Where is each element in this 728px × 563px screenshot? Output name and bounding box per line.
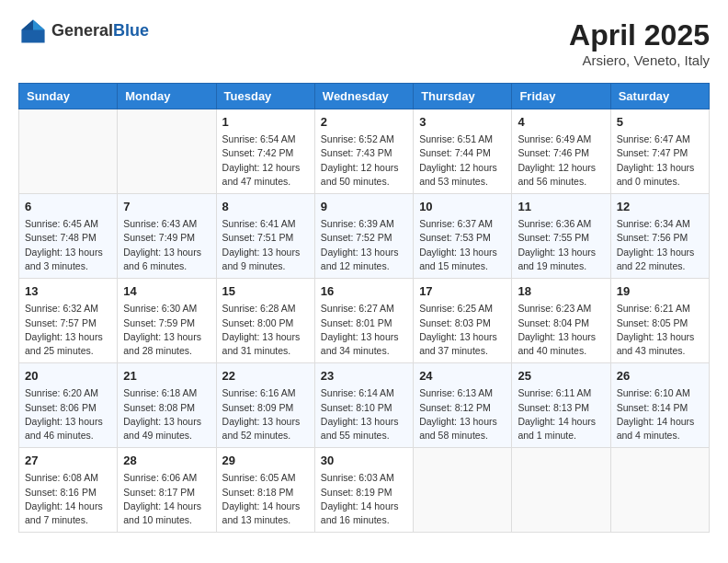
day-number: 5 xyxy=(617,114,703,131)
calendar-cell: 30Sunrise: 6:03 AM Sunset: 8:19 PM Dayli… xyxy=(314,448,413,533)
calendar-cell: 4Sunrise: 6:49 AM Sunset: 7:46 PM Daylig… xyxy=(512,109,610,194)
calendar-week-2: 6Sunrise: 6:45 AM Sunset: 7:48 PM Daylig… xyxy=(19,194,710,279)
calendar-cell: 8Sunrise: 6:41 AM Sunset: 7:51 PM Daylig… xyxy=(216,194,314,279)
svg-marker-1 xyxy=(33,19,45,29)
day-number: 27 xyxy=(25,453,111,469)
calendar-cell: 15Sunrise: 6:28 AM Sunset: 8:00 PM Dayli… xyxy=(216,279,314,363)
day-number: 4 xyxy=(518,114,604,131)
calendar-cell: 3Sunrise: 6:51 AM Sunset: 7:44 PM Daylig… xyxy=(414,109,512,194)
day-number: 28 xyxy=(123,453,210,469)
day-info: Sunrise: 6:32 AM Sunset: 7:57 PM Dayligh… xyxy=(25,302,111,358)
page-header: General Blue April 2025 Arsiero, Veneto,… xyxy=(18,18,710,68)
calendar-cell: 29Sunrise: 6:05 AM Sunset: 8:18 PM Dayli… xyxy=(216,448,314,533)
calendar-cell: 23Sunrise: 6:14 AM Sunset: 8:10 PM Dayli… xyxy=(314,363,413,448)
day-info: Sunrise: 6:34 AM Sunset: 7:56 PM Dayligh… xyxy=(617,217,703,273)
day-number: 24 xyxy=(419,368,506,385)
day-number: 7 xyxy=(123,199,210,215)
page-title: April 2025 xyxy=(569,18,710,52)
calendar-cell: 6Sunrise: 6:45 AM Sunset: 7:48 PM Daylig… xyxy=(19,194,118,279)
day-number: 29 xyxy=(222,453,309,469)
day-number: 16 xyxy=(321,283,407,300)
logo-icon xyxy=(20,18,46,44)
day-info: Sunrise: 6:18 AM Sunset: 8:08 PM Dayligh… xyxy=(123,386,210,442)
day-info: Sunrise: 6:36 AM Sunset: 7:55 PM Dayligh… xyxy=(518,217,604,273)
title-block: April 2025 Arsiero, Veneto, Italy xyxy=(569,18,710,68)
day-number: 8 xyxy=(222,199,309,215)
day-number: 9 xyxy=(321,199,407,215)
day-number: 30 xyxy=(321,453,407,469)
calendar-cell: 20Sunrise: 6:20 AM Sunset: 8:06 PM Dayli… xyxy=(19,363,118,448)
day-number: 12 xyxy=(617,199,703,215)
day-number: 21 xyxy=(123,368,210,385)
calendar-cell xyxy=(414,448,512,533)
weekday-header-tuesday: Tuesday xyxy=(216,84,314,109)
logo: General Blue xyxy=(18,18,149,44)
calendar-cell xyxy=(118,109,216,194)
day-info: Sunrise: 6:39 AM Sunset: 7:52 PM Dayligh… xyxy=(321,217,407,273)
day-info: Sunrise: 6:10 AM Sunset: 8:14 PM Dayligh… xyxy=(617,386,703,442)
day-info: Sunrise: 6:21 AM Sunset: 8:05 PM Dayligh… xyxy=(617,302,703,358)
weekday-header-sunday: Sunday xyxy=(19,84,118,109)
calendar-week-3: 13Sunrise: 6:32 AM Sunset: 7:57 PM Dayli… xyxy=(19,279,710,363)
day-info: Sunrise: 6:05 AM Sunset: 8:18 PM Dayligh… xyxy=(222,471,309,527)
day-info: Sunrise: 6:47 AM Sunset: 7:47 PM Dayligh… xyxy=(617,132,703,189)
day-info: Sunrise: 6:51 AM Sunset: 7:44 PM Dayligh… xyxy=(419,132,506,189)
day-info: Sunrise: 6:20 AM Sunset: 8:06 PM Dayligh… xyxy=(25,386,111,442)
calendar-cell: 24Sunrise: 6:13 AM Sunset: 8:12 PM Dayli… xyxy=(414,363,512,448)
day-info: Sunrise: 6:14 AM Sunset: 8:10 PM Dayligh… xyxy=(321,386,407,442)
calendar-cell: 26Sunrise: 6:10 AM Sunset: 8:14 PM Dayli… xyxy=(610,363,709,448)
calendar-cell: 27Sunrise: 6:08 AM Sunset: 8:16 PM Dayli… xyxy=(19,448,118,533)
day-info: Sunrise: 6:23 AM Sunset: 8:04 PM Dayligh… xyxy=(518,302,604,358)
weekday-header-row: SundayMondayTuesdayWednesdayThursdayFrid… xyxy=(19,84,710,109)
day-number: 13 xyxy=(25,283,111,300)
day-number: 6 xyxy=(25,199,111,215)
calendar-cell: 18Sunrise: 6:23 AM Sunset: 8:04 PM Dayli… xyxy=(512,279,610,363)
day-number: 18 xyxy=(518,283,604,300)
day-info: Sunrise: 6:27 AM Sunset: 8:01 PM Dayligh… xyxy=(321,302,407,358)
day-number: 11 xyxy=(518,199,604,215)
calendar-week-1: 1Sunrise: 6:54 AM Sunset: 7:42 PM Daylig… xyxy=(19,109,710,194)
logo-text: General Blue xyxy=(51,22,149,40)
calendar-cell: 22Sunrise: 6:16 AM Sunset: 8:09 PM Dayli… xyxy=(216,363,314,448)
day-info: Sunrise: 6:03 AM Sunset: 8:19 PM Dayligh… xyxy=(321,471,407,527)
calendar-cell xyxy=(512,448,610,533)
weekday-header-friday: Friday xyxy=(512,84,610,109)
weekday-header-monday: Monday xyxy=(118,84,216,109)
day-info: Sunrise: 6:49 AM Sunset: 7:46 PM Dayligh… xyxy=(518,132,604,189)
day-info: Sunrise: 6:16 AM Sunset: 8:09 PM Dayligh… xyxy=(222,386,309,442)
day-number: 19 xyxy=(617,283,703,300)
day-info: Sunrise: 6:37 AM Sunset: 7:53 PM Dayligh… xyxy=(419,217,506,273)
calendar-cell xyxy=(610,448,709,533)
day-info: Sunrise: 6:08 AM Sunset: 8:16 PM Dayligh… xyxy=(25,471,111,527)
day-info: Sunrise: 6:30 AM Sunset: 7:59 PM Dayligh… xyxy=(123,302,210,358)
calendar-cell xyxy=(19,109,118,194)
logo-blue: Blue xyxy=(113,22,149,40)
calendar-week-4: 20Sunrise: 6:20 AM Sunset: 8:06 PM Dayli… xyxy=(19,363,710,448)
weekday-header-thursday: Thursday xyxy=(414,84,512,109)
calendar-week-5: 27Sunrise: 6:08 AM Sunset: 8:16 PM Dayli… xyxy=(19,448,710,533)
calendar-cell: 13Sunrise: 6:32 AM Sunset: 7:57 PM Dayli… xyxy=(19,279,118,363)
calendar-cell: 17Sunrise: 6:25 AM Sunset: 8:03 PM Dayli… xyxy=(414,279,512,363)
day-number: 25 xyxy=(518,368,604,385)
calendar-cell: 19Sunrise: 6:21 AM Sunset: 8:05 PM Dayli… xyxy=(610,279,709,363)
day-number: 22 xyxy=(222,368,309,385)
calendar-cell: 5Sunrise: 6:47 AM Sunset: 7:47 PM Daylig… xyxy=(610,109,709,194)
day-info: Sunrise: 6:11 AM Sunset: 8:13 PM Dayligh… xyxy=(518,386,604,442)
svg-marker-2 xyxy=(21,19,33,29)
calendar-cell: 11Sunrise: 6:36 AM Sunset: 7:55 PM Dayli… xyxy=(512,194,610,279)
calendar-cell: 25Sunrise: 6:11 AM Sunset: 8:13 PM Dayli… xyxy=(512,363,610,448)
day-info: Sunrise: 6:25 AM Sunset: 8:03 PM Dayligh… xyxy=(419,302,506,358)
day-number: 15 xyxy=(222,283,309,300)
calendar-cell: 21Sunrise: 6:18 AM Sunset: 8:08 PM Dayli… xyxy=(118,363,216,448)
day-info: Sunrise: 6:13 AM Sunset: 8:12 PM Dayligh… xyxy=(419,386,506,442)
day-info: Sunrise: 6:06 AM Sunset: 8:17 PM Dayligh… xyxy=(123,471,210,527)
day-number: 17 xyxy=(419,283,506,300)
weekday-header-wednesday: Wednesday xyxy=(314,84,413,109)
day-info: Sunrise: 6:43 AM Sunset: 7:49 PM Dayligh… xyxy=(123,217,210,273)
calendar-cell: 28Sunrise: 6:06 AM Sunset: 8:17 PM Dayli… xyxy=(118,448,216,533)
day-info: Sunrise: 6:41 AM Sunset: 7:51 PM Dayligh… xyxy=(222,217,309,273)
day-number: 14 xyxy=(123,283,210,300)
calendar-cell: 10Sunrise: 6:37 AM Sunset: 7:53 PM Dayli… xyxy=(414,194,512,279)
calendar-table: SundayMondayTuesdayWednesdayThursdayFrid… xyxy=(18,83,710,533)
day-number: 26 xyxy=(617,368,703,385)
